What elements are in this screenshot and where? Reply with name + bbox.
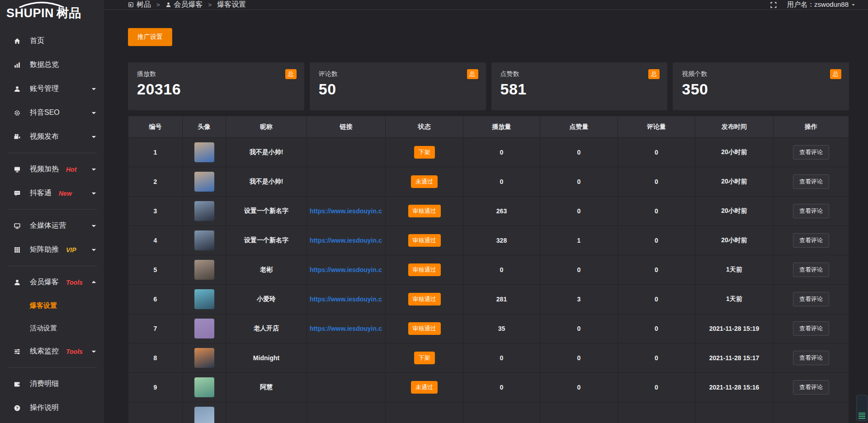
status-badge: 审核通过: [408, 263, 441, 276]
cell-avatar: [183, 167, 226, 197]
view-comments-button[interactable]: 查看评论: [793, 292, 829, 306]
sidebar-divider: [7, 266, 97, 266]
sidebar-item-数据总览[interactable]: 数据总览: [0, 53, 104, 77]
cell-avatar: [183, 226, 226, 255]
user-icon: [165, 2, 171, 8]
table-row: [128, 402, 849, 423]
view-comments-button[interactable]: 查看评论: [793, 380, 829, 395]
view-comments-button[interactable]: 查看评论: [793, 233, 829, 248]
cell-id: 7: [128, 314, 183, 343]
fullscreen-icon[interactable]: [770, 1, 777, 9]
sidebar-item-线索监控[interactable]: 线索监控Tools: [0, 339, 104, 363]
cell-plays: 0: [463, 255, 540, 285]
sidebar-subitem-活动设置[interactable]: 活动设置: [0, 317, 104, 339]
cell-time: 2021-11-28 15:16: [695, 373, 774, 402]
video-link[interactable]: https://www.iesdouyin.c: [310, 207, 382, 215]
chevron-down-icon: [91, 348, 97, 354]
cell-actions: 查看评论: [774, 314, 849, 343]
sidebar-item-抖客通[interactable]: 抖客通New: [0, 181, 104, 205]
avatar: [194, 348, 214, 368]
wallet-icon: [14, 381, 21, 388]
sidebar-item-label: 全媒体运营: [30, 221, 66, 230]
breadcrumb-item-爆客设置[interactable]: 爆客设置: [217, 0, 246, 9]
cell-avatar: [183, 402, 226, 423]
view-comments-button[interactable]: 查看评论: [793, 145, 829, 160]
avatar: [194, 407, 214, 423]
chat-icon: [14, 190, 21, 197]
video-link[interactable]: https://www.iesdouyin.c: [310, 325, 382, 332]
promo-settings-button[interactable]: 推广设置: [128, 28, 172, 46]
sidebar-item-视频发布[interactable]: 视频发布: [0, 125, 104, 149]
sidebar-item-label: 视频发布: [30, 132, 59, 141]
chevron-down-icon: [91, 110, 97, 116]
cell-time: 20小时前: [695, 226, 774, 255]
cell-time: 20小时前: [695, 167, 774, 197]
stat-label: 播放数: [137, 70, 295, 78]
cell-nickname: 小爱玲: [226, 285, 307, 314]
avatar: [194, 319, 214, 338]
status-badge: 审核通过: [408, 234, 441, 247]
topbar: 树品>会员爆客>爆客设置 用户名：zswodun88: [104, 0, 868, 10]
sidebar-item-label: 抖客通: [30, 188, 52, 198]
cell-comments: [618, 402, 695, 423]
stat-value: 350: [682, 80, 840, 98]
view-comments-button[interactable]: 查看评论: [793, 204, 829, 218]
cell-actions: 查看评论: [774, 167, 849, 197]
sidebar-item-首页[interactable]: 首页: [0, 29, 104, 53]
avatar: [194, 201, 214, 221]
sidebar-item-label: 操作说明: [30, 403, 59, 413]
cell-comments: 0: [618, 314, 695, 343]
cell-actions: 查看评论: [774, 138, 849, 167]
cell-nickname: 我不是小帅!: [226, 167, 307, 197]
cell-likes: 0: [540, 167, 618, 197]
brand-name-cn: 树品: [57, 6, 81, 20]
sidebar-item-会员爆客[interactable]: 会员爆客Tools: [0, 270, 104, 294]
sidebar-item-label: 首页: [30, 36, 44, 46]
breadcrumb-item-树品[interactable]: 树品: [128, 0, 151, 9]
cell-status: 未通过: [386, 373, 463, 402]
sidebar-item-全媒体运营[interactable]: 全媒体运营: [0, 214, 104, 238]
cell-nickname: 老彬: [226, 255, 307, 285]
video-link[interactable]: https://www.iesdouyin.c: [310, 296, 382, 303]
user-menu[interactable]: 用户名：zswodun88: [787, 0, 856, 9]
sidebar: SHUPIN树品 首页数据总览账号管理抖音SEO视频发布视频加热Hot抖客通Ne…: [0, 0, 104, 423]
sidebar-item-label: 账号管理: [30, 84, 59, 94]
sidebar-item-视频加热[interactable]: 视频加热Hot: [0, 157, 104, 181]
sidebar-item-账号管理[interactable]: 账号管理: [0, 77, 104, 101]
sidebar-item-消费明细[interactable]: 消费明细: [0, 372, 104, 396]
status-badge: 审核通过: [408, 293, 441, 306]
cell-link: https://www.iesdouyin.c: [307, 285, 386, 314]
stat-card-视频个数: 视频个数350总: [673, 62, 849, 110]
video-link[interactable]: https://www.iesdouyin.c: [310, 266, 382, 273]
cell-avatar: [183, 285, 226, 314]
cell-time: [695, 402, 774, 423]
view-comments-button[interactable]: 查看评论: [793, 321, 829, 336]
logo-arc-icon: [18, 1, 65, 8]
status-badge: 下架: [414, 146, 435, 159]
cell-id: 9: [128, 373, 183, 402]
view-comments-button[interactable]: 查看评论: [793, 351, 829, 365]
cell-comments: 0: [618, 373, 695, 402]
table-row: 3设置一个新名字https://www.iesdouyin.c审核通过26300…: [128, 197, 849, 226]
cell-link: https://www.iesdouyin.c: [307, 197, 386, 226]
cell-plays: 35: [463, 314, 540, 343]
cell-avatar: [183, 138, 226, 167]
sidebar-item-抖音SEO[interactable]: 抖音SEO: [0, 101, 104, 125]
user-icon: [14, 279, 21, 286]
brand-logo[interactable]: SHUPIN树品: [0, 0, 104, 26]
cell-link: https://www.iesdouyin.c: [307, 226, 386, 255]
breadcrumb-item-会员爆客[interactable]: 会员爆客: [165, 0, 203, 9]
video-link[interactable]: https://www.iesdouyin.c: [310, 237, 382, 244]
view-comments-button[interactable]: 查看评论: [793, 174, 829, 189]
floating-widget[interactable]: [856, 395, 868, 421]
chevron-down-icon: [91, 190, 97, 196]
user-icon: [14, 85, 21, 93]
chevron-down-icon: [91, 166, 97, 172]
cell-status: [386, 402, 463, 423]
sidebar-subitem-爆客设置[interactable]: 爆客设置: [0, 294, 104, 317]
view-comments-button[interactable]: 查看评论: [793, 263, 829, 277]
sidebar-item-操作说明[interactable]: ?操作说明: [0, 396, 104, 420]
sidebar-item-badge: Tools: [66, 279, 83, 286]
cell-nickname: 老人开店: [226, 314, 307, 343]
sidebar-item-矩阵助推[interactable]: 矩阵助推VIP: [0, 238, 104, 262]
